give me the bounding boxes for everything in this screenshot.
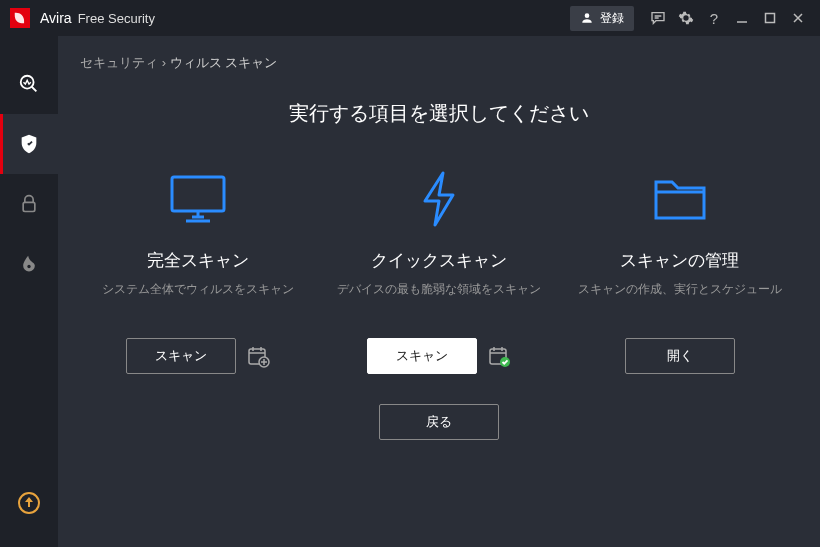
card-full-desc: システム全体でウィルスをスキャン	[102, 280, 294, 316]
back-button[interactable]: 戻る	[379, 404, 499, 440]
login-button[interactable]: 登録	[570, 6, 634, 31]
close-icon[interactable]	[784, 4, 812, 32]
monitor-icon	[168, 167, 228, 231]
card-manage-title: スキャンの管理	[620, 249, 739, 272]
folder-icon	[650, 167, 710, 231]
card-full-title: 完全スキャン	[147, 249, 249, 272]
sidebar-item-status[interactable]	[0, 54, 58, 114]
svg-point-3	[27, 265, 30, 268]
sidebar-item-upgrade[interactable]	[0, 473, 58, 533]
maximize-icon[interactable]	[756, 4, 784, 32]
feedback-icon[interactable]	[644, 4, 672, 32]
app-name: Avira	[40, 10, 72, 26]
settings-icon[interactable]	[672, 4, 700, 32]
schedule-check-icon[interactable]	[487, 344, 511, 368]
titlebar: Avira Free Security 登録 ?	[0, 0, 820, 36]
card-quick-desc: デバイスの最も脆弱な領域をスキャン	[337, 280, 541, 316]
card-quick-title: クイックスキャン	[371, 249, 507, 272]
card-manage-desc: スキャンの作成、実行とスケジュール	[578, 280, 782, 316]
page-title: 実行する項目を選択してください	[58, 100, 820, 127]
sidebar-item-privacy[interactable]	[0, 174, 58, 234]
quick-scan-button[interactable]: スキャン	[367, 338, 477, 374]
avira-logo	[10, 8, 30, 28]
lightning-icon	[417, 167, 461, 231]
sidebar-item-performance[interactable]	[0, 234, 58, 294]
breadcrumb: セキュリティ › ウィルス スキャン	[58, 36, 820, 82]
user-icon	[580, 11, 594, 25]
app-subtitle: Free Security	[78, 11, 155, 26]
svg-point-1	[21, 76, 34, 89]
manage-open-button[interactable]: 開く	[625, 338, 735, 374]
minimize-icon[interactable]	[728, 4, 756, 32]
sidebar-item-security[interactable]	[0, 114, 58, 174]
card-full-scan: 完全スキャン システム全体でウィルスをスキャン スキャン	[93, 167, 303, 374]
schedule-add-icon[interactable]	[246, 344, 270, 368]
card-quick-scan: クイックスキャン デバイスの最も脆弱な領域をスキャン スキャン	[334, 167, 544, 374]
svg-rect-0	[766, 14, 775, 23]
breadcrumb-current: ウィルス スキャン	[170, 55, 278, 70]
svg-rect-2	[23, 202, 35, 211]
help-icon[interactable]: ?	[700, 4, 728, 32]
svg-rect-5	[172, 177, 224, 211]
sidebar	[0, 36, 58, 547]
breadcrumb-root[interactable]: セキュリティ	[80, 55, 158, 70]
content: セキュリティ › ウィルス スキャン 実行する項目を選択してください 完全スキャ…	[58, 36, 820, 547]
card-manage-scan: スキャンの管理 スキャンの作成、実行とスケジュール 開く	[575, 167, 785, 374]
full-scan-button[interactable]: スキャン	[126, 338, 236, 374]
login-label: 登録	[600, 10, 624, 27]
